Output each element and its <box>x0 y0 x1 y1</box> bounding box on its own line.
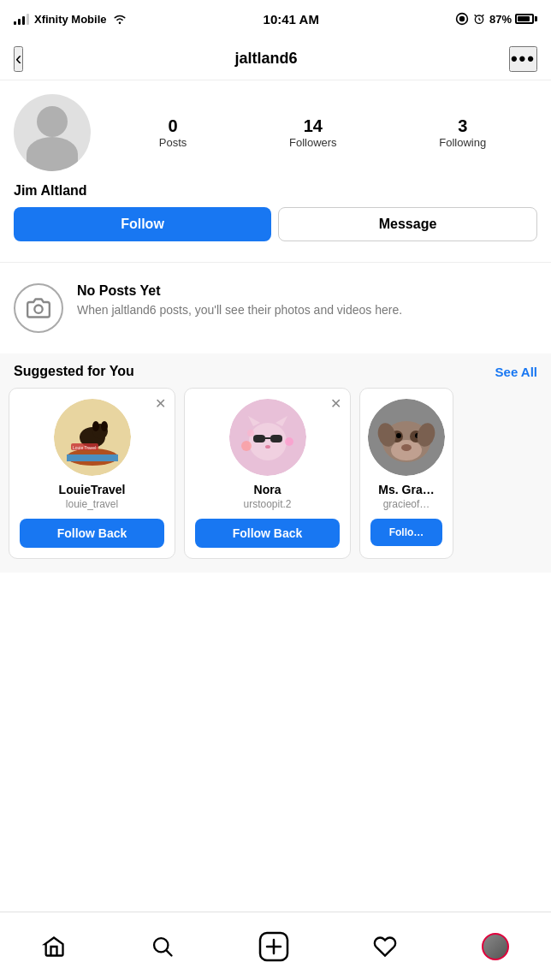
suggested-title: Suggested for You <box>14 364 134 379</box>
suggested-header: Suggested for You See All <box>0 364 551 388</box>
msgrace-username: gracieof… <box>383 498 430 510</box>
msgrace-name: Ms. Gra… <box>378 483 434 496</box>
nav-activity[interactable] <box>373 935 397 959</box>
follow-button[interactable]: Follow <box>14 207 271 241</box>
followers-stat[interactable]: 14 Followers <box>289 116 337 149</box>
profile-avatar-nav <box>482 933 509 960</box>
nav-profile[interactable] <box>482 933 509 960</box>
follow-back-msgrace-button[interactable]: Follo… <box>370 519 442 546</box>
home-icon <box>42 935 66 959</box>
avatar <box>14 94 91 171</box>
battery-icon <box>515 14 537 24</box>
follow-back-nora-button[interactable]: Follow Back <box>195 519 340 548</box>
svg-point-24 <box>265 445 270 448</box>
nav-home[interactable] <box>42 935 66 959</box>
no-posts-section: No Posts Yet When jaltland6 posts, you'l… <box>0 262 551 353</box>
heart-icon <box>373 935 397 959</box>
nora-avatar <box>229 399 306 476</box>
action-buttons: Follow Message <box>14 207 537 241</box>
status-right: 87% <box>455 12 537 26</box>
battery-percent: 87% <box>489 13 512 26</box>
status-left: Xfinity Mobile <box>14 13 127 26</box>
svg-point-1 <box>459 16 465 21</box>
followers-label: Followers <box>289 136 337 149</box>
nora-username: urstoopit.2 <box>243 498 291 510</box>
profile-section: 0 Posts 14 Followers 3 Following Jim Alt… <box>0 80 551 262</box>
svg-point-33 <box>396 433 401 438</box>
svg-rect-10 <box>67 454 118 461</box>
status-bar: Xfinity Mobile 10:41 AM 87% <box>0 0 551 38</box>
message-button[interactable]: Message <box>278 207 537 241</box>
search-icon <box>151 935 175 959</box>
following-count: 3 <box>458 116 467 136</box>
alarm-icon <box>472 12 486 26</box>
dismiss-nora-button[interactable]: ✕ <box>330 395 341 412</box>
see-all-button[interactable]: See All <box>495 365 537 379</box>
following-stat[interactable]: 3 Following <box>439 116 486 149</box>
svg-point-7 <box>34 306 42 313</box>
svg-text:Louie Travel: Louie Travel <box>73 445 96 450</box>
suggestion-card-louietravel: ✕ Louie Tra <box>9 388 175 559</box>
no-posts-text: No Posts Yet When jaltland6 posts, you'l… <box>77 283 402 319</box>
no-posts-description: When jaltland6 posts, you'll see their p… <box>77 302 402 319</box>
msgrace-avatar <box>368 399 445 476</box>
stats-row: 0 Posts 14 Followers 3 Following <box>108 116 537 149</box>
nav-add[interactable] <box>258 931 289 962</box>
posts-label: Posts <box>159 136 187 149</box>
camera-icon-circle <box>14 283 63 333</box>
suggested-cards: ✕ Louie Tra <box>0 388 551 573</box>
posts-count: 0 <box>169 116 178 136</box>
screen-record-icon <box>455 12 469 26</box>
followers-count: 14 <box>304 116 323 136</box>
louietravel-avatar: Louie Travel <box>54 399 131 476</box>
svg-point-27 <box>247 430 254 437</box>
nora-name: Nora <box>254 483 281 496</box>
top-nav: ‹ jaltland6 ••• <box>0 38 551 80</box>
signal-icon <box>14 13 29 25</box>
suggestion-card-msgrace: Ms. Gra… gracieof… Follo… <box>359 388 453 559</box>
svg-point-13 <box>92 421 99 431</box>
camera-icon <box>27 296 50 320</box>
dismiss-louietravel-button[interactable]: ✕ <box>155 395 166 412</box>
add-icon <box>258 931 289 962</box>
suggested-section: Suggested for You See All ✕ <box>0 353 551 573</box>
svg-point-25 <box>241 441 252 451</box>
wifi-icon <box>112 13 127 25</box>
status-time: 10:41 AM <box>264 12 319 27</box>
follow-back-louietravel-button[interactable]: Follow Back <box>20 519 164 548</box>
louietravel-username: louie_travel <box>66 498 118 510</box>
more-options-button[interactable]: ••• <box>509 46 537 72</box>
svg-line-5 <box>475 15 477 16</box>
svg-point-35 <box>401 444 412 451</box>
louietravel-name: LouieTravel <box>59 483 126 496</box>
svg-point-14 <box>101 421 108 431</box>
profile-username: jaltland6 <box>235 50 298 68</box>
no-posts-title: No Posts Yet <box>77 283 402 299</box>
profile-display-name: Jim Altland <box>14 183 537 199</box>
nav-search[interactable] <box>151 935 175 959</box>
svg-rect-21 <box>253 435 265 442</box>
profile-top: 0 Posts 14 Followers 3 Following <box>14 94 537 171</box>
svg-line-6 <box>482 15 483 16</box>
posts-stat: 0 Posts <box>159 116 187 149</box>
following-label: Following <box>439 136 486 149</box>
bottom-nav <box>0 912 551 980</box>
svg-line-39 <box>166 950 171 955</box>
carrier-label: Xfinity Mobile <box>34 13 107 26</box>
suggestion-card-nora: ✕ <box>184 388 351 559</box>
svg-rect-22 <box>270 435 282 442</box>
back-button[interactable]: ‹ <box>14 46 23 72</box>
svg-point-26 <box>285 437 293 446</box>
